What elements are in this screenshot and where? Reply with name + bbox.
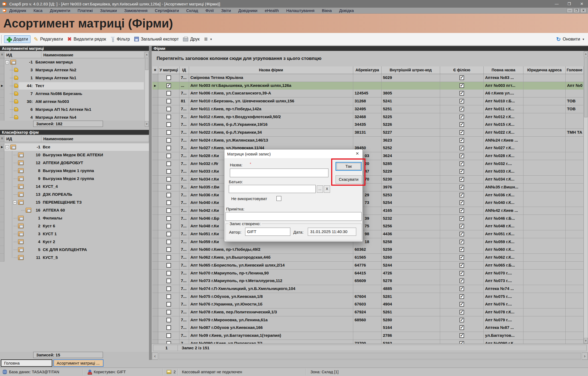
in-matrix-checkbox[interactable]	[166, 310, 171, 314]
menu-item-Довідка[interactable]: Довідка	[339, 8, 354, 13]
is-branch-checkbox[interactable]: ✓	[459, 122, 464, 127]
in-matrix-checkbox[interactable]	[166, 255, 171, 260]
is-branch-checkbox[interactable]: ✓	[459, 263, 464, 268]
tree-row-Матрица Аптеки №4[interactable]: 4Матрица Аптеки №4	[0, 114, 145, 121]
classifier-col-name[interactable]: Наименование	[41, 136, 149, 142]
in-matrix-checkbox[interactable]	[166, 279, 171, 283]
window-close-button[interactable]: ✕	[575, 2, 588, 6]
is-branch-checkbox[interactable]: ✓	[459, 302, 464, 307]
table-row[interactable]: 7...Апт №046 г.Бр395232✓Апт №046 г.Б...	[152, 215, 584, 223]
is-branch-checkbox[interactable]: ✓	[459, 310, 464, 314]
is-branch-checkbox[interactable]: ✓	[459, 177, 464, 182]
column-header-Є філією[interactable]: Є філією	[440, 66, 484, 74]
table-row[interactable]: 81Апт №010 г.Березань, ул. Шевченковский…	[152, 97, 584, 105]
tree-row-КУСТ_5[interactable]: 11КУСТ_5	[0, 254, 149, 262]
in-matrix-checkbox[interactable]	[166, 208, 171, 213]
column-chooser-icon[interactable]: ≣	[0, 52, 4, 58]
is-branch-checkbox[interactable]: ✓	[459, 146, 464, 150]
is-branch-checkbox[interactable]: ✓	[459, 318, 464, 322]
is-branch-checkbox[interactable]: ✓	[459, 208, 464, 213]
tree-row-КУСТ_4[interactable]: 14КУСТ_4	[0, 183, 149, 191]
parent-lookup-button[interactable]: ...	[317, 185, 323, 193]
is-branch-checkbox[interactable]: ✓	[459, 83, 464, 88]
scroll-down-icon[interactable]: ∨	[145, 121, 149, 127]
in-matrix-checkbox[interactable]	[166, 169, 171, 174]
scrollbar-thumb[interactable]	[584, 57, 587, 117]
table-row[interactable]: 7...Апт №027 г.Киев, ул.Урловская,11/443…	[152, 144, 584, 152]
column-header-Головне[interactable]: Головне	[566, 66, 584, 74]
scroll-up-icon[interactable]: ∧	[145, 52, 149, 57]
in-matrix-checkbox[interactable]: ✓	[166, 83, 171, 88]
tree-row-АПТЕКИ ДОБРОБУТ[interactable]: 12АПТЕКИ ДОБРОБУТ	[0, 159, 149, 167]
menu-item-Документи[interactable]: Документи	[50, 8, 70, 13]
tree-row-Куст 6[interactable]: 2Куст 6	[0, 222, 149, 230]
matrices-col-id[interactable]: ИД	[4, 52, 41, 58]
tree-row-Матрица Аптеки №1[interactable]: 1Матрица Аптеки №1	[0, 74, 145, 82]
expander-minus-icon[interactable]	[5, 145, 9, 149]
is-branch-checkbox[interactable]: ✓	[459, 232, 464, 236]
menu-item-Довідник[interactable]: Довідник	[9, 8, 26, 13]
is-branch-checkbox[interactable]: ✓	[459, 138, 464, 143]
tab-home[interactable]: Головна	[1, 359, 52, 367]
tree-row-ДЗК ЛОРЕАЛЬ[interactable]: 13ДЗК ЛОРЕАЛЬ	[0, 191, 149, 198]
menu-item-Філії[interactable]: Філії	[205, 8, 214, 13]
table-row[interactable]: 7...Апт №006 г.Киев, ул.Саксаганского,39…	[152, 90, 584, 97]
in-matrix-checkbox[interactable]	[166, 224, 171, 228]
table-row[interactable]: 7...Апт №065 г.Борисполь, ул.Киевский шл…	[152, 262, 584, 270]
table-row[interactable]: 7...Апт №078 г.Киев, пер.Политехнический…	[152, 308, 584, 316]
delete-row-button[interactable]: ✖ Видалити рядок	[65, 36, 108, 43]
table-row[interactable]: 7...Апт №048 г.Ки755256✓Апт №048 г.К...	[152, 222, 584, 230]
in-matrix-checkbox[interactable]	[166, 177, 171, 182]
group-by-zone[interactable]: Перетягніть заголовок колонки сюди для у…	[152, 51, 584, 66]
matrices-scrollbar[interactable]: ∧ ∨	[145, 52, 149, 127]
tree-row-АПТЕКА 60[interactable]: 16АПТЕКА 60	[0, 206, 149, 214]
table-row[interactable]: 7...Апт №035 г.Ви3976✓АN№35 г.Вишн...	[152, 184, 584, 191]
not-use-checkbox[interactable]	[276, 196, 281, 201]
in-matrix-checkbox[interactable]	[166, 325, 171, 330]
table-row[interactable]: 7...Апт №075 г.Обухов, ул.Киевская,1/867…	[152, 293, 584, 301]
table-row[interactable]: ▶✓...Апт №003 пгт.Барышевка, ул.Киевский…	[152, 82, 584, 90]
firms-vscrollbar[interactable]: ∧ ∨	[584, 51, 588, 344]
column-header-Назва фірми[interactable]: Назва фірми	[189, 66, 353, 74]
table-row[interactable]: 7...Апт №062 г.Киев, ул.Вышгородская,44б…	[152, 254, 584, 262]
is-branch-checkbox[interactable]: ✓	[459, 200, 464, 205]
is-branch-checkbox[interactable]: ✓	[459, 185, 464, 189]
tree-row-Филиалы[interactable]: 1Филиалы	[0, 214, 149, 222]
table-row[interactable]: 7...Смірнова Тетяна Юрьівна5029✓Аптека №…	[152, 74, 584, 82]
column-header-Абревіатура[interactable]: Абревіатура	[353, 66, 382, 74]
table-row[interactable]: 7...Апт №079 г.Мироновка, ул.Ленина,61а6…	[152, 316, 584, 324]
table-row[interactable]: 7...Апт №015 г.Киев, б-р.Л.Украинки,19/1…	[152, 121, 584, 129]
name-input[interactable]	[230, 169, 328, 177]
table-row[interactable]: 7...Апт №042 г.Ки4165✓АN№42 г.Киев ...	[152, 207, 584, 215]
tree-row-Тест[interactable]: ▶44:Тест	[0, 82, 145, 90]
tree-row-Куст 2[interactable]: 4Куст 2	[0, 238, 149, 246]
expander-minus-icon[interactable]	[5, 60, 9, 64]
tree-row-Аптека №086 Березань[interactable]: 7Аптека №086 Березань	[0, 90, 145, 98]
in-matrix-checkbox[interactable]	[166, 154, 171, 158]
in-matrix-checkbox[interactable]	[166, 107, 171, 111]
in-matrix-checkbox[interactable]	[166, 271, 171, 276]
is-branch-checkbox[interactable]: ✓	[459, 216, 464, 221]
is-branch-checkbox[interactable]: ✓	[459, 255, 464, 260]
table-row[interactable]: 7...Апт №087 г.Обухов ул.Киевская,166516…	[152, 324, 584, 332]
menu-item-Склад[interactable]: Склад	[186, 8, 198, 13]
table-row[interactable]: 7...Апт №074 г.П-Хмельницкий, ул.Б.Хмель…	[152, 285, 584, 293]
is-branch-checkbox[interactable]: ✓	[459, 154, 464, 158]
print-button[interactable]: Друк	[181, 36, 202, 43]
cancel-button[interactable]: Скасувати	[336, 175, 362, 184]
tree-row-Выгрузка Медок ВСЕ АПТЕКИ[interactable]: 10Выгрузка Медок ВСЕ АПТЕКИ	[0, 151, 149, 159]
tree-row-ПЕРЕМЕЩЕНИЕ ТЗ[interactable]: 15ПЕРЕМЕЩЕНИЕ ТЗ	[0, 198, 149, 206]
in-matrix-checkbox[interactable]	[166, 130, 171, 135]
is-branch-checkbox[interactable]: ✓	[459, 91, 464, 96]
table-row[interactable]: 7...Апт №040 г.Ки735254✓Апт №040 г.К...	[152, 199, 584, 207]
table-row[interactable]: 7...Апт №0090 г.Киев, ул.Пировская 7/173…	[152, 340, 584, 344]
in-matrix-checkbox[interactable]	[166, 263, 171, 268]
table-row[interactable]: 7...Апт №051 г.Ки984436✓Апт №051 г.К...	[152, 230, 584, 238]
in-matrix-checkbox[interactable]	[166, 146, 171, 150]
in-matrix-checkbox[interactable]	[166, 333, 171, 338]
table-row[interactable]: 7...Апт №033 г.Ки475229✓Апт №033 г.К...	[152, 168, 584, 176]
column-header-ІД[interactable]: ІД	[179, 66, 189, 74]
in-matrix-checkbox[interactable]	[166, 216, 171, 221]
is-branch-checkbox[interactable]: ✓	[459, 333, 464, 338]
tree-row-Базисная матрица[interactable]: -1Базисная матрица	[0, 58, 145, 66]
